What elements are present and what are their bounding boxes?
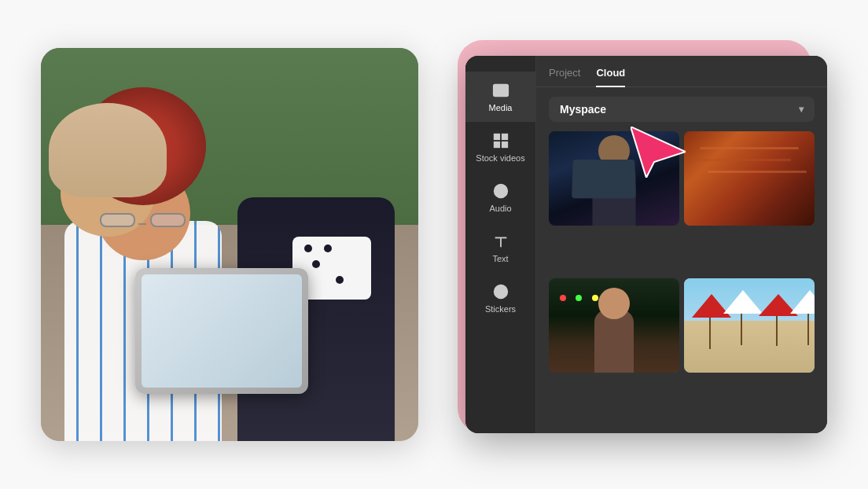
media-thumb-3[interactable] — [549, 278, 679, 373]
svg-rect-9 — [494, 142, 498, 147]
audio-label: Audio — [489, 204, 511, 213]
sidebar-item-media[interactable]: Media — [465, 72, 535, 122]
dropdown-bar: Myspace ▾ — [536, 87, 827, 131]
media-thumb-1[interactable] — [549, 131, 679, 226]
chevron-down-icon: ▾ — [799, 104, 804, 115]
media-thumb-2[interactable] — [684, 131, 815, 226]
svg-rect-8 — [502, 134, 506, 139]
tab-cloud[interactable]: Cloud — [596, 67, 625, 86]
grid-icon — [491, 131, 510, 150]
sidebar-item-audio[interactable]: Audio — [465, 172, 535, 222]
sidebar: Media Stock videos — [465, 56, 536, 433]
scene: Media Stock videos — [41, 24, 827, 465]
stock-videos-label: Stock videos — [476, 153, 524, 163]
tab-project[interactable]: Project — [549, 67, 580, 86]
text-label: Text — [492, 254, 508, 263]
svg-rect-0 — [493, 85, 507, 97]
sidebar-item-stickers[interactable]: Stickers — [465, 273, 535, 323]
audio-icon — [491, 182, 510, 200]
svg-rect-10 — [502, 142, 506, 147]
editor-panel: Media Stock videos — [465, 56, 827, 433]
hero-photo — [41, 48, 418, 441]
dropdown-selected-value: Myspace — [560, 103, 606, 116]
cloud-source-dropdown[interactable]: Myspace ▾ — [549, 97, 815, 122]
sticker-icon — [491, 282, 510, 301]
media-thumb-4[interactable] — [684, 278, 815, 373]
tabs-bar: Project Cloud — [536, 56, 827, 87]
svg-rect-7 — [494, 134, 498, 139]
film-icon — [491, 81, 510, 100]
sidebar-item-text[interactable]: Text — [465, 222, 535, 273]
people-image — [41, 48, 418, 441]
media-grid — [536, 131, 827, 433]
media-label: Media — [489, 103, 513, 112]
stickers-label: Stickers — [485, 304, 516, 314]
text-icon — [491, 232, 510, 251]
main-content-area: Project Cloud Myspace ▾ — [536, 56, 827, 433]
sidebar-item-stock-videos[interactable]: Stock videos — [465, 122, 535, 172]
svg-point-12 — [498, 189, 503, 193]
